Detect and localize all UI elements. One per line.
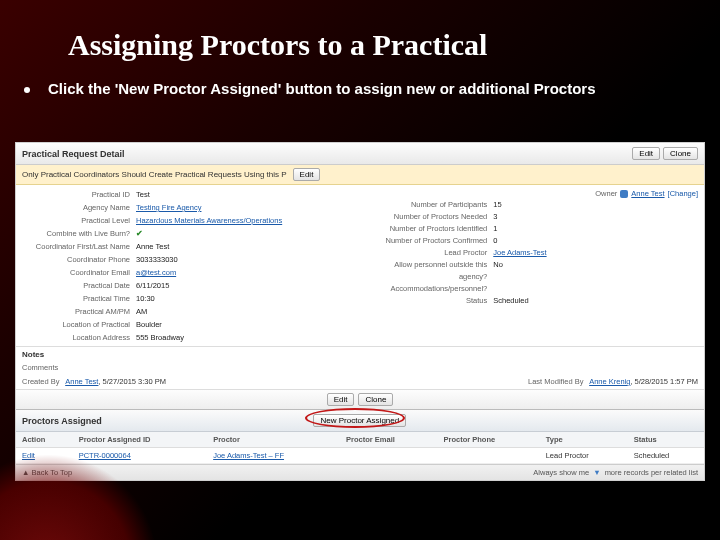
detail-field: Allow personnel outside this agency?No [373,259,698,283]
owner-change-link[interactable]: [Change] [668,189,698,198]
notes-header: Notes [16,346,704,361]
created-by-user[interactable]: Anne Test [65,377,98,386]
detail-field: Practical IDTest [16,189,373,201]
field-value: Boulder [136,319,162,331]
column-header: Proctor Email [340,432,437,448]
edit-button-2[interactable]: Edit [327,393,355,406]
modified-by-user[interactable]: Anne Krenig [589,377,630,386]
detail-field: Location of PracticalBoulder [16,319,373,331]
row-phone [438,448,540,464]
column-header: Proctor Phone [438,432,540,448]
edit-button[interactable]: Edit [632,147,660,160]
button-bar: Edit Clone [16,389,704,410]
instruction-bullet: Click the 'New Proctor Assigned' button … [0,76,720,97]
field-value: Scheduled [493,295,528,307]
owner-name: Anne Test [631,189,664,198]
notice-edit-button[interactable]: Edit [293,168,321,181]
clone-button[interactable]: Clone [663,147,698,160]
field-value[interactable]: Joe Adams-Test [493,247,546,259]
field-label: Number of Proctors Confirmed [373,235,493,247]
field-label: Location Address [16,332,136,344]
field-label: Coordinator Phone [16,254,136,266]
field-label: Coordinator First/Last Name [16,241,136,253]
detail-grid: Practical IDTestAgency NameTesting Fire … [16,185,704,346]
detail-field: Coordinator Phone3033333030 [16,254,373,266]
created-by-label: Created By [22,377,60,386]
detail-field: Coordinator Emaila@test.com [16,267,373,279]
field-label: Number of Proctors Needed [373,211,493,223]
field-label: Status [373,295,493,307]
field-value: 1 [493,223,497,235]
proctors-assigned-header: Proctors Assigned New Proctor Assigned [16,410,704,432]
field-value: 0 [493,235,497,247]
detail-field: Number of Proctors Identified1 [373,223,698,235]
row-status: Scheduled [628,448,704,464]
comments-row: Comments [16,361,704,375]
footer-hint-b: more records per related list [605,468,698,477]
table-row: Edit PCTR-0000064 Joe Adams-Test – FF Le… [16,448,704,464]
meta-row: Created By Anne Test, 5/27/2015 3:30 PM … [16,375,704,389]
detail-field: Number of Proctors Confirmed0 [373,235,698,247]
detail-field: Number of Proctors Needed3 [373,211,698,223]
detail-field: Coordinator First/Last NameAnne Test [16,241,373,253]
field-value: 555 Broadway [136,332,184,344]
row-type: Lead Proctor [540,448,628,464]
field-value: 6/11/2015 [136,280,169,292]
column-header: Proctor [207,432,340,448]
field-label: Lead Proctor [373,247,493,259]
field-label: Practical Level [16,215,136,227]
field-value: AM [136,306,147,318]
detail-field: Practical AM/PMAM [16,306,373,318]
field-label: Practical Time [16,293,136,305]
field-label: Agency Name [16,202,136,214]
detail-field: Agency NameTesting Fire Agency [16,202,373,214]
notice-bar: Only Practical Coordinators Should Creat… [16,165,704,185]
field-label: Accommodations/personnel? [373,283,493,295]
row-action-link[interactable]: Edit [16,448,73,464]
back-to-top-link[interactable]: ▲ Back To Top [22,468,72,477]
detail-field: Practical LevelHazardous Materials Aware… [16,215,373,227]
detail-field: Location Address555 Broadway [16,332,373,344]
detail-title: Practical Request Detail [22,149,125,159]
clone-button-2[interactable]: Clone [358,393,393,406]
detail-field: Number of Participants15 [373,199,698,211]
field-label: Combine with Live Burn? [16,228,136,240]
owner-label: Owner [595,189,617,198]
modified-by-ts: 5/28/2015 1:57 PM [635,377,698,386]
owner-field: Owner Anne Test [Change] [373,189,698,198]
detail-field: Accommodations/personnel? [373,283,698,295]
field-label: Practical ID [16,189,136,201]
owner-avatar-icon [620,190,628,198]
new-proctor-assigned-button[interactable]: New Proctor Assigned [313,414,406,427]
detail-field: StatusScheduled [373,295,698,307]
row-proctor-link[interactable]: Joe Adams-Test – FF [207,448,340,464]
detail-field: Practical Date6/11/2015 [16,280,373,292]
comments-label: Comments [22,363,58,372]
field-value[interactable]: a@test.com [136,267,176,279]
instruction-text: Click the 'New Proctor Assigned' button … [48,80,595,97]
footer-hint-a: Always show me [533,468,589,477]
field-label: Number of Participants [373,199,493,211]
field-label: Practical Date [16,280,136,292]
field-label: Location of Practical [16,319,136,331]
app-screenshot: Practical Request Detail Edit Clone Only… [15,142,705,481]
proctors-assigned-title: Proctors Assigned [22,416,102,426]
column-header: Action [16,432,73,448]
detail-header: Practical Request Detail Edit Clone [16,143,704,165]
field-value: 15 [493,199,501,211]
footer-bar: ▲ Back To Top Always show me ▼ more reco… [16,464,704,480]
field-label: Coordinator Email [16,267,136,279]
proctors-table: ActionProctor Assigned IDProctorProctor … [16,432,704,464]
field-label: Practical AM/PM [16,306,136,318]
slide-title: Assigning Proctors to a Practical [0,0,720,76]
field-label: Number of Proctors Identified [373,223,493,235]
field-value[interactable]: Testing Fire Agency [136,202,201,214]
field-value: No [493,259,503,283]
row-id-link[interactable]: PCTR-0000064 [73,448,207,464]
modified-by-label: Last Modified By [528,377,583,386]
column-header: Status [628,432,704,448]
field-value[interactable]: Hazardous Materials Awareness/Operations [136,215,282,227]
bullet-icon [24,87,30,93]
field-value: Test [136,189,150,201]
dropdown-icon[interactable]: ▼ [593,468,600,477]
